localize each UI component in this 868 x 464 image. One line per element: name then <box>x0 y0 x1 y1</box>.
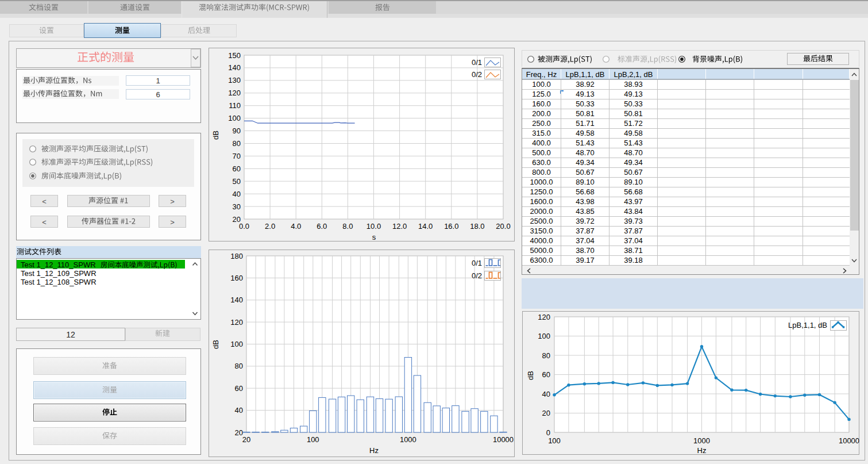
svg-text:50: 50 <box>233 177 241 186</box>
svg-text:dB: dB <box>526 371 535 380</box>
svg-text:20: 20 <box>242 435 250 444</box>
svg-text:100: 100 <box>307 435 319 444</box>
svg-text:s: s <box>372 233 376 241</box>
svg-text:10000: 10000 <box>493 435 514 444</box>
svg-text:100: 100 <box>538 332 550 340</box>
svg-text:Hz: Hz <box>697 446 707 455</box>
svg-text:150: 150 <box>228 51 241 60</box>
svg-text:70: 70 <box>233 152 241 160</box>
svg-text:16.0: 16.0 <box>444 222 458 231</box>
svg-text:10.0: 10.0 <box>367 222 381 231</box>
svg-text:30: 30 <box>233 202 241 211</box>
svg-text:12.0: 12.0 <box>392 222 407 231</box>
svg-text:80: 80 <box>542 351 550 360</box>
svg-text:120: 120 <box>538 313 550 321</box>
svg-text:60: 60 <box>542 370 550 379</box>
svg-text:40: 40 <box>233 190 241 198</box>
svg-text:100: 100 <box>548 436 561 445</box>
svg-text:140: 140 <box>228 63 241 72</box>
svg-text:2.0: 2.0 <box>265 222 275 231</box>
svg-text:Hz: Hz <box>369 446 379 455</box>
svg-text:0/1: 0/1 <box>472 58 482 67</box>
svg-text:4.0: 4.0 <box>291 222 301 231</box>
svg-text:130: 130 <box>228 76 241 85</box>
svg-text:120: 120 <box>230 318 243 327</box>
svg-text:0: 0 <box>546 428 550 437</box>
svg-text:140: 140 <box>230 296 243 304</box>
svg-text:1000: 1000 <box>693 436 710 445</box>
svg-text:0.0: 0.0 <box>239 222 249 231</box>
svg-text:0/2: 0/2 <box>472 271 482 280</box>
svg-text:180: 180 <box>230 252 243 260</box>
svg-text:120: 120 <box>228 89 241 97</box>
svg-text:80: 80 <box>235 362 243 370</box>
svg-text:1000: 1000 <box>400 435 416 444</box>
svg-text:14.0: 14.0 <box>418 222 433 231</box>
svg-text:18.0: 18.0 <box>470 222 484 231</box>
svg-text:LpB,1,1, dB: LpB,1,1, dB <box>788 321 827 329</box>
svg-text:6.0: 6.0 <box>317 222 327 231</box>
svg-text:40: 40 <box>542 390 550 398</box>
svg-text:100: 100 <box>230 340 243 348</box>
svg-text:20.0: 20.0 <box>496 222 510 231</box>
svg-text:20: 20 <box>542 409 550 417</box>
svg-text:60: 60 <box>235 384 243 393</box>
svg-text:8.0: 8.0 <box>342 222 353 231</box>
svg-text:0/2: 0/2 <box>472 70 482 79</box>
svg-text:160: 160 <box>230 274 243 282</box>
svg-text:dB: dB <box>211 340 220 349</box>
svg-text:dB: dB <box>211 131 220 140</box>
svg-text:80: 80 <box>233 139 241 148</box>
svg-text:60: 60 <box>233 164 241 173</box>
svg-text:0/1: 0/1 <box>472 259 482 267</box>
svg-text:90: 90 <box>233 126 241 135</box>
svg-text:40: 40 <box>235 406 243 415</box>
svg-text:100: 100 <box>228 114 241 122</box>
svg-text:110: 110 <box>229 101 241 110</box>
svg-text:10000: 10000 <box>839 436 859 445</box>
